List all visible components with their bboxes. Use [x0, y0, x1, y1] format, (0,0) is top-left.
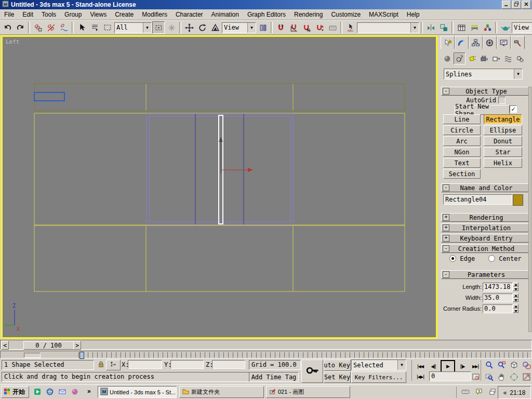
tab-create[interactable]	[441, 36, 455, 49]
menu-animation[interactable]: Animation	[207, 10, 243, 19]
key-selection-dropdown[interactable]: Selected ▼	[351, 360, 406, 370]
rollout-object-type[interactable]: - Object Type	[441, 87, 530, 96]
time-slider-handle[interactable]: 0 / 100	[23, 341, 74, 350]
close-button[interactable]	[522, 1, 531, 9]
collapse-icon[interactable]: -	[443, 271, 449, 278]
menu-views[interactable]: Views	[86, 10, 111, 19]
zoom-all-icon[interactable]	[496, 360, 507, 370]
next-frame-button[interactable]: ||▶	[457, 362, 468, 370]
select-and-link-icon[interactable]	[32, 21, 44, 34]
quick-launch-chevron[interactable]: »	[87, 388, 91, 395]
expand-icon[interactable]: +	[443, 214, 449, 221]
trackbar-frame-marker[interactable]	[79, 352, 84, 359]
center-radio[interactable]: Center	[488, 255, 522, 262]
tab-hierarchy[interactable]	[469, 36, 483, 49]
zoom-icon[interactable]	[483, 360, 495, 370]
play-button[interactable]: ▶	[441, 360, 455, 373]
selection-region-icon[interactable]	[101, 21, 114, 34]
shape-button-circle[interactable]: Circle	[443, 125, 481, 135]
key-filters-button[interactable]: Key Filters...	[351, 371, 406, 383]
edit-named-selections-icon[interactable]: ABC	[344, 21, 356, 34]
chevron-down-icon[interactable]: ▼	[410, 23, 419, 33]
shape-button-arc[interactable]: Arc	[443, 136, 481, 146]
spinner-snap-toggle-icon[interactable]	[313, 21, 326, 34]
previous-frame-button[interactable]: ◀||	[428, 362, 439, 370]
spinner-up-icon[interactable]	[513, 293, 518, 298]
menu-edit[interactable]: Edit	[18, 10, 37, 19]
window-crossing-toggle-icon[interactable]	[152, 21, 165, 34]
select-and-rotate-icon[interactable]	[196, 21, 208, 34]
object-name-field[interactable]: Rectangle04	[443, 194, 512, 205]
curve-editor-icon[interactable]	[468, 21, 481, 34]
min-max-toggle-icon[interactable]	[521, 371, 532, 382]
width-field[interactable]: 35.0	[483, 294, 513, 302]
rollout-creation-method[interactable]: - Creation Method	[441, 244, 530, 253]
expand-icon[interactable]: +	[443, 224, 449, 231]
x-field[interactable]	[128, 360, 162, 369]
z-field[interactable]	[212, 360, 245, 369]
outlook-express-icon[interactable]	[57, 387, 68, 397]
time-slider-track[interactable]: < 0 / 100 >	[0, 340, 532, 350]
menu-maxscript[interactable]: MAXScript	[365, 10, 403, 19]
select-and-scale-icon[interactable]	[209, 21, 221, 34]
shape-button-line[interactable]: Line	[443, 114, 481, 124]
menu-modifiers[interactable]: Modifiers	[138, 10, 171, 19]
object-color-swatch[interactable]	[513, 194, 523, 206]
spinner-up-icon[interactable]	[513, 304, 518, 309]
pan-icon[interactable]	[496, 371, 507, 382]
named-selection-sets-dropdown[interactable]: ▼	[357, 22, 419, 33]
key-mode-toggle[interactable]: |◀▶|	[415, 373, 426, 381]
angle-snap-toggle-icon[interactable]	[287, 21, 300, 34]
shape-button-helix[interactable]: Helix	[484, 158, 522, 168]
tray-help-icon[interactable]: ?	[474, 387, 484, 397]
menu-help[interactable]: Help	[403, 10, 424, 19]
collapse-icon[interactable]: -	[443, 184, 449, 191]
time-slider-prev-button[interactable]: <	[1, 341, 9, 350]
selection-lock-icon[interactable]	[96, 360, 106, 370]
menu-graph-editors[interactable]: Graph Editors	[243, 10, 290, 19]
category-cameras[interactable]	[478, 53, 489, 64]
viewport-left[interactable]: Left ZX	[1, 35, 437, 339]
shape-button-star[interactable]: Star	[484, 147, 522, 157]
spinner-down-icon[interactable]	[513, 298, 518, 302]
y-field[interactable]	[170, 360, 204, 369]
region-zoom-icon[interactable]	[483, 371, 495, 382]
zoom-extents-icon[interactable]	[508, 360, 520, 370]
spinner-down-icon[interactable]	[513, 309, 518, 313]
use-pivot-point-center-icon[interactable]	[257, 21, 269, 34]
track-view-icon[interactable]	[455, 21, 468, 34]
shape-button-donut[interactable]: Donut	[484, 136, 522, 146]
render-scene-icon[interactable]	[499, 21, 511, 34]
select-by-name-icon[interactable]	[88, 21, 101, 34]
restore-button[interactable]	[512, 1, 521, 9]
start-new-shape-button[interactable]: Start New Shape	[455, 105, 510, 115]
tab-utilities[interactable]	[511, 36, 525, 49]
category-geometry[interactable]	[442, 53, 453, 64]
chevron-down-icon[interactable]: ▼	[397, 360, 406, 370]
expand-icon[interactable]: +	[443, 235, 449, 242]
category-space-warps[interactable]	[502, 53, 513, 64]
tab-motion[interactable]	[483, 36, 497, 49]
arc-rotate-icon[interactable]	[508, 371, 520, 382]
category-lights[interactable]	[467, 53, 477, 64]
go-to-start-button[interactable]: |◀◀	[415, 362, 426, 370]
percent-snap-toggle-icon[interactable]: %	[300, 21, 313, 34]
tray-collapse-arrow[interactable]: «	[503, 389, 507, 396]
zoom-extents-all-icon[interactable]	[521, 360, 532, 370]
transform-typein-button[interactable]	[106, 360, 121, 370]
reference-coordinate-system-dropdown[interactable]: View▼	[222, 22, 256, 33]
align-icon[interactable]	[437, 21, 450, 34]
time-configuration-button[interactable]	[471, 372, 481, 382]
auto-key-button[interactable]: Auto Key	[324, 360, 351, 371]
trackbar-range-indicator[interactable]	[24, 353, 41, 358]
track-bar[interactable]	[0, 351, 532, 358]
menu-character[interactable]: Character	[171, 10, 207, 19]
rollout-interpolation[interactable]: + Interpolation	[441, 223, 530, 232]
menu-create[interactable]: Create	[111, 10, 138, 19]
media-player-icon[interactable]	[32, 387, 43, 397]
width-spinner[interactable]	[513, 293, 518, 302]
tray-input-method-icon[interactable]	[460, 387, 471, 397]
bind-to-space-warp-icon[interactable]	[58, 21, 70, 34]
go-to-end-button[interactable]: ▶▶|	[470, 362, 481, 370]
length-field[interactable]: 1473.18	[483, 283, 513, 291]
